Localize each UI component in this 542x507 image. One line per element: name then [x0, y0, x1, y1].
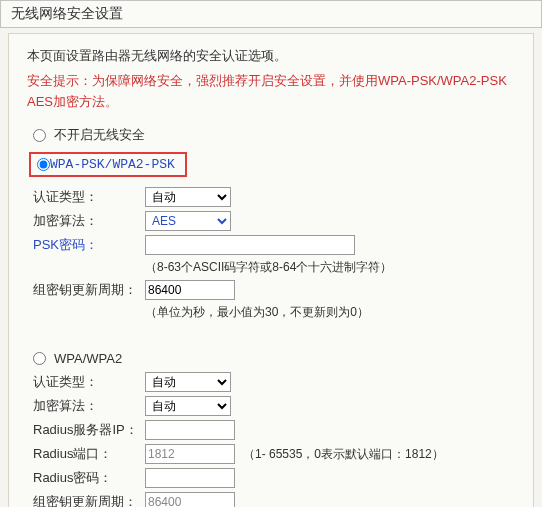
wpa-radiusip-label: Radius服务器IP： — [33, 421, 145, 439]
wpa-radiusport-hint: （1- 65535，0表示默认端口：1812） — [243, 446, 444, 463]
wpapsk-rekey-row: 组密钥更新周期： — [27, 280, 515, 300]
wpapsk-psk-hint: （8-63个ASCII码字符或8-64个十六进制字符） — [145, 259, 515, 276]
wpapsk-cipher-select[interactable]: AES — [145, 211, 231, 231]
security-warning: 安全提示：为保障网络安全，强烈推荐开启安全设置，并使用WPA-PSK/WPA2-… — [27, 71, 515, 113]
wpapsk-rekey-input[interactable] — [145, 280, 235, 300]
radio-wpapsk-label: WPA-PSK/WPA2-PSK — [50, 157, 175, 172]
settings-panel: 本页面设置路由器无线网络的安全认证选项。 安全提示：为保障网络安全，强烈推荐开启… — [8, 33, 534, 507]
wpapsk-auth-label: 认证类型： — [33, 188, 145, 206]
wpa-radiuspw-label: Radius密码： — [33, 469, 145, 487]
radio-wpapsk[interactable] — [37, 158, 50, 171]
wpapsk-rekey-hint: （单位为秒，最小值为30，不更新则为0） — [145, 304, 515, 321]
option-wpa-block: WPA/WPA2 认证类型： 自动 加密算法： 自动 Radius服务器IP： … — [27, 351, 515, 507]
option-none-block: 不开启无线安全 — [27, 126, 515, 144]
wpa-radiuspw-input — [145, 468, 235, 488]
wpa-radiusport-input — [145, 444, 235, 464]
option-wpapsk-block: WPA-PSK/WPA2-PSK 认证类型： 自动 加密算法： AES PSK密… — [27, 152, 515, 321]
wpapsk-auth-row: 认证类型： 自动 — [27, 187, 515, 207]
wpa-rekey-input — [145, 492, 235, 507]
wpa-radiusport-row: Radius端口： （1- 65535，0表示默认端口：1812） — [27, 444, 515, 464]
radio-none[interactable] — [33, 129, 46, 142]
wpa-rekey-row: 组密钥更新周期： — [27, 492, 515, 507]
wpapsk-rekey-label: 组密钥更新周期： — [33, 281, 145, 299]
wpa-rekey-label: 组密钥更新周期： — [33, 493, 145, 507]
wpa-radiusip-row: Radius服务器IP： — [27, 420, 515, 440]
wpa-auth-select[interactable]: 自动 — [145, 372, 231, 392]
wpapsk-auth-select[interactable]: 自动 — [145, 187, 231, 207]
highlight-box: WPA-PSK/WPA2-PSK — [29, 152, 187, 177]
wpa-auth-label: 认证类型： — [33, 373, 145, 391]
wpa-cipher-select[interactable]: 自动 — [145, 396, 231, 416]
page-title: 无线网络安全设置 — [0, 0, 542, 28]
radio-none-label: 不开启无线安全 — [54, 126, 145, 144]
wpa-cipher-row: 加密算法： 自动 — [27, 396, 515, 416]
wpa-auth-row: 认证类型： 自动 — [27, 372, 515, 392]
wpapsk-psk-input[interactable] — [145, 235, 355, 255]
wpapsk-psk-label: PSK密码： — [33, 236, 145, 254]
wpa-radiusip-input — [145, 420, 235, 440]
wpapsk-cipher-row: 加密算法： AES — [27, 211, 515, 231]
intro-text: 本页面设置路由器无线网络的安全认证选项。 — [27, 46, 515, 67]
wpa-cipher-label: 加密算法： — [33, 397, 145, 415]
radio-row-none: 不开启无线安全 — [27, 126, 515, 144]
wpa-radiusport-label: Radius端口： — [33, 445, 145, 463]
wpapsk-cipher-label: 加密算法： — [33, 212, 145, 230]
wpapsk-psk-row: PSK密码： — [27, 235, 515, 255]
radio-wpa-label: WPA/WPA2 — [54, 351, 122, 366]
radio-row-wpa: WPA/WPA2 — [27, 351, 515, 366]
radio-wpa[interactable] — [33, 352, 46, 365]
wpa-radiuspw-row: Radius密码： — [27, 468, 515, 488]
